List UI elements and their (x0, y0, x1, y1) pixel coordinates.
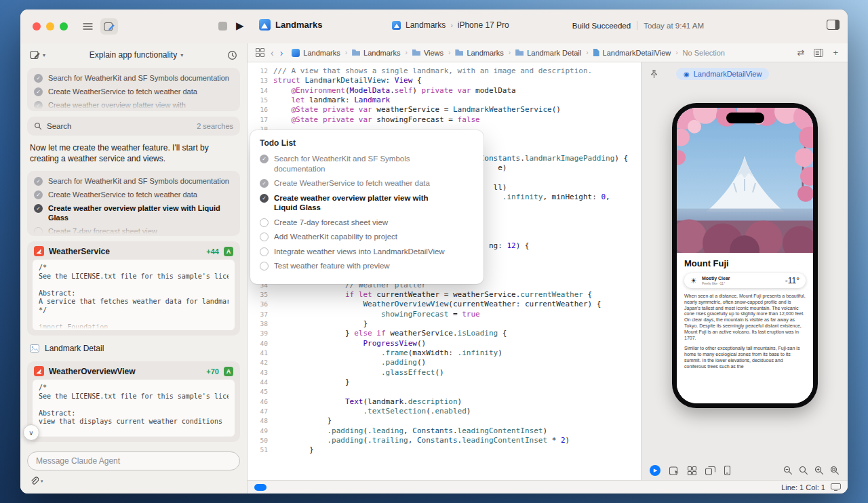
file-change-card-weatherservice[interactable]: WeatherService +44 A /*See the LICENSE.t… (27, 241, 240, 336)
code-token: private (323, 115, 354, 124)
code-token: . (390, 86, 395, 95)
zoom-in-icon[interactable] (814, 466, 824, 475)
code-line[interactable]: 44 } (248, 378, 641, 387)
code-token: ) (412, 86, 421, 95)
code-line[interactable]: 50 .padding(.trailing, Constants.leading… (248, 436, 641, 445)
zoom-out-icon[interactable] (783, 466, 793, 475)
code-token: Landmark (354, 96, 390, 104)
line-number: 47 (248, 407, 273, 416)
conversation-title: Explain app functionality (90, 50, 177, 60)
attach-icon[interactable] (30, 477, 39, 486)
code-line[interactable]: 48 } (248, 416, 641, 426)
navigator-list-icon[interactable] (79, 18, 96, 35)
code-line[interactable]: 36 WeatherOverviewView(currentWeather: c… (248, 300, 641, 309)
conversation-title-menu[interactable]: Explain app functionality ▾ (45, 50, 227, 60)
iphone-preview-device: Mount Fuji ☀ Mostly Clear Feels like -11… (672, 103, 818, 408)
code-line[interactable]: 13struct LandmarkDetailView: View { (248, 76, 641, 85)
code-line[interactable]: 17 @State private var showingForecast = … (248, 115, 641, 125)
code-preview-line: /* (39, 384, 229, 393)
code-token: () (435, 368, 443, 377)
new-conversation-icon[interactable] (30, 49, 41, 60)
landmark-detail-file-row[interactable]: Landmark Detail (27, 341, 240, 356)
variants-grid-icon[interactable] (688, 466, 696, 475)
run-button[interactable]: ▶ (236, 20, 244, 32)
color-scheme-variants-icon[interactable] (705, 466, 715, 475)
stop-button[interactable] (218, 22, 227, 31)
code-line[interactable]: 43 .glassEffect() (248, 368, 641, 378)
todo-card: ✓Search for WeatherKit and SF Symbols do… (27, 68, 240, 111)
code-line[interactable]: 47 .textSelection(.enabled) (248, 407, 641, 416)
code-line[interactable]: 42 .padding() (248, 358, 641, 367)
breadcrumb-item[interactable]: No Selection (683, 49, 725, 57)
pin-icon[interactable] (650, 69, 658, 79)
code-text: WeatherOverviewView(currentWeather: curr… (273, 300, 601, 309)
counterpart-arrows-icon[interactable]: ⇄ (797, 47, 805, 58)
zoom-actual-size-icon[interactable] (830, 466, 840, 475)
code-line[interactable]: 49 .padding(.leading, Constants.leadingC… (248, 426, 641, 436)
back-icon[interactable]: ‹ (271, 47, 274, 58)
history-icon[interactable] (227, 50, 237, 60)
close-window-button[interactable] (33, 22, 41, 31)
code-line[interactable]: 51 } (248, 445, 641, 455)
code-line[interactable]: 40 ProgressView() (248, 339, 641, 348)
weather-platter[interactable]: ☀ Mostly Clear Feels like -11° -11° (684, 273, 806, 288)
scheme-name[interactable]: Landmarks (406, 20, 446, 30)
conversation-scroll[interactable]: ✓Search for WeatherKit and SF Symbols do… (27, 68, 240, 451)
inspector-toggle-icon[interactable] (827, 20, 840, 32)
search-activity-row[interactable]: Search 2 searches (27, 117, 240, 136)
code-token: else (354, 329, 372, 338)
file-card-header[interactable]: WeatherOverviewView +70 A (27, 361, 240, 380)
code-token: (. (426, 407, 435, 416)
activity-view[interactable]: Build Succeeded Today at 9:41 AM (572, 21, 704, 30)
file-change-card-weatheroverviewview[interactable]: WeatherOverviewView +70 A /*See the LICE… (27, 361, 240, 442)
preview-image-icon (30, 344, 39, 353)
coding-assistant-icon[interactable] (100, 18, 118, 35)
run-destination[interactable]: iPhone 17 Pro (458, 20, 509, 30)
breadcrumb-item[interactable]: Landmarks (292, 49, 340, 57)
display-icon[interactable] (831, 483, 841, 491)
selectable-mode-icon[interactable] (669, 466, 679, 475)
code-line[interactable]: 12/// A view that shows a single landmar… (248, 66, 641, 76)
breadcrumb-item[interactable]: Landmarks (352, 49, 400, 57)
code-line[interactable]: 14 @Environment(ModelData.self) private … (248, 86, 641, 96)
code-line[interactable]: 38 } (248, 319, 641, 329)
breadcrumb-item[interactable]: Landmarks (455, 49, 503, 57)
code-preview-line (39, 315, 229, 323)
zoom-window-button[interactable] (60, 22, 68, 31)
live-preview-button[interactable]: ▶ (650, 465, 660, 476)
line-number: 14 (248, 86, 273, 96)
code-line[interactable]: 15 let landmark: Landmark (248, 96, 641, 105)
scroll-to-bottom-button[interactable]: ∨ (23, 424, 39, 441)
preview-target-pill[interactable]: ◉ LandmarkDetailView (676, 68, 769, 80)
forward-icon[interactable]: › (280, 47, 283, 58)
breadcrumb-item[interactable]: Landmark Detail (515, 49, 581, 57)
code-token: currentWeather = weatherService. (372, 290, 521, 299)
code-line[interactable]: 46 Text(landmark.description) (248, 397, 641, 407)
agent-activity-indicator[interactable] (254, 484, 267, 491)
chevron-down-icon[interactable]: ▾ (41, 479, 43, 484)
file-card-header[interactable]: WeatherService +44 A (27, 241, 240, 260)
message-input[interactable] (27, 451, 240, 470)
device-settings-icon[interactable] (724, 466, 730, 475)
related-items-grid-icon[interactable] (256, 48, 264, 57)
code-text: .padding(.trailing, Constants.leadingCon… (273, 436, 570, 445)
code-line[interactable]: 41 .frame(maxWidth: .infinity) (248, 348, 641, 358)
code-line[interactable]: 16 @State private var weatherService = L… (248, 105, 641, 115)
code-text: .glassEffect() (273, 368, 444, 378)
code-token (273, 407, 363, 416)
code-line[interactable]: 39 } else if weatherService.isLoading { (248, 329, 641, 338)
scheme-selector[interactable]: Landmarks › iPhone 17 Pro (392, 20, 509, 30)
editor-options-icon[interactable] (814, 49, 823, 57)
code-token: ProgressView (363, 339, 416, 348)
code-line[interactable]: 45 (248, 387, 641, 397)
code-line[interactable]: 37 showingForecast = true (248, 310, 641, 319)
code-line[interactable]: 35 if let currentWeather = weatherServic… (248, 290, 641, 300)
source-editor[interactable]: 12/// A view that shows a single landmar… (248, 62, 641, 480)
code-token: , minHeight: (542, 193, 601, 201)
file-added-status-badge: A (224, 247, 233, 256)
zoom-fit-icon[interactable] (799, 466, 808, 475)
minimize-window-button[interactable] (46, 22, 54, 31)
add-editor-icon[interactable]: + (833, 47, 838, 58)
breadcrumb-item[interactable]: LandmarkDetailView (593, 49, 671, 57)
breadcrumb-item[interactable]: Views (412, 49, 443, 57)
